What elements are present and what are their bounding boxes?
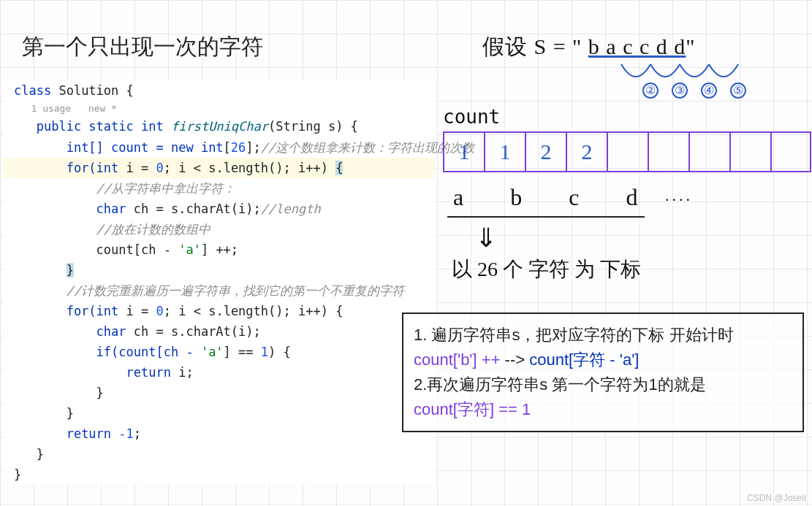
array-cell <box>770 131 811 172</box>
code-text: ) { <box>268 345 291 359</box>
code-text: } <box>14 467 21 482</box>
kw: for( <box>67 161 96 175</box>
kw: char <box>96 202 134 216</box>
num: 1 <box>261 345 268 359</box>
comment: //计数完重新遍历一遍字符串，找到它的第一个不重复的字符 <box>67 283 404 298</box>
code-text: ] == <box>224 345 261 359</box>
code-text: ]; <box>246 140 260 155</box>
code-text: ] ++; <box>201 242 238 257</box>
note-line-4: count[字符] == 1 <box>414 397 792 422</box>
code-text: [ <box>224 140 231 155</box>
svg-text:④: ④ <box>704 84 714 96</box>
array-cell: 1 <box>484 131 525 172</box>
comment: //length <box>261 202 321 216</box>
array-cell <box>648 131 688 172</box>
code-text: int[] count = <box>67 140 171 155</box>
kw: int <box>96 161 126 175</box>
code-text: ; i < s.length(); i++) { <box>164 304 344 318</box>
string: 'a' <box>178 242 201 257</box>
kw: public static int <box>37 119 171 134</box>
kw: if(count[ch - <box>96 345 201 359</box>
code-text: } <box>37 447 44 461</box>
array-cell <box>607 131 648 172</box>
note-line-2: count['b'] ++ --> count[字符 - 'a'] <box>414 348 792 372</box>
code-block: class Solution { 1 usage new * public st… <box>4 80 435 485</box>
svg-text:②: ② <box>645 84 656 96</box>
array-cell: 1 <box>443 131 484 172</box>
page-title: 第一个只出现一次的字符 <box>22 32 263 62</box>
comment: //从字符串中拿出字符： <box>96 181 235 196</box>
code-text: count[ch - <box>96 242 179 257</box>
index-letters: a b c d ···· <box>453 184 693 211</box>
watermark: CSDN @Joseit <box>747 493 806 503</box>
assumption-text: 假设 S = " b a c c d d" <box>482 32 696 62</box>
code-text: ch = s.charAt(i); <box>134 324 261 339</box>
count-array: 1 1 2 2 <box>443 131 811 172</box>
code-text: } <box>67 406 74 421</box>
down-arrow-icon: ⇓ <box>475 223 497 253</box>
explanation-box: 1. 遍历字符串s，把对应字符的下标 开始计时 count['b'] ++ --… <box>402 313 804 432</box>
svg-text:⑤: ⑤ <box>733 84 743 96</box>
code-text: ; <box>134 426 141 441</box>
code-text: i = <box>126 161 156 175</box>
kw: new int <box>171 140 224 155</box>
usage-hint: 1 usage new * <box>4 101 435 116</box>
code-text: ch = s.charAt(i); <box>134 202 261 216</box>
code-text: } <box>96 386 104 400</box>
brace-hl: { <box>335 161 343 175</box>
code-text: (String s) { <box>268 119 358 134</box>
kw: int <box>96 304 126 318</box>
kw: for( <box>67 304 96 318</box>
array-cell: 2 <box>566 131 607 172</box>
kw: return <box>126 365 179 380</box>
letters-underline <box>447 216 645 218</box>
comment: //放在计数的数组中 <box>96 222 210 237</box>
code-text: ; i < s.length(); i++) <box>164 161 335 175</box>
kw-class: class <box>14 83 58 98</box>
num: -1 <box>118 426 133 441</box>
code-text: i; <box>178 365 193 380</box>
array-cell <box>688 131 729 172</box>
string: 'a' <box>201 345 224 359</box>
code-text: i = <box>126 304 156 318</box>
num: 0 <box>156 161 164 175</box>
method-name: firstUniqChar <box>171 119 268 134</box>
count-label: count <box>443 106 500 128</box>
num: 0 <box>156 304 164 318</box>
arc-diagram: ② ③ ④ ⑤ <box>614 60 775 100</box>
num: 26 <box>231 140 246 155</box>
code-text: Solution { <box>58 83 133 98</box>
subscript-note: 以 26 个 字符 为 下标 <box>452 256 641 283</box>
svg-text:③: ③ <box>675 84 685 96</box>
array-cell <box>729 131 770 172</box>
kw: return <box>67 426 119 441</box>
brace-hl: } <box>67 263 74 277</box>
kw: char <box>96 324 134 339</box>
note-line-1: 1. 遍历字符串s，把对应字符的下标 开始计时 <box>414 323 792 348</box>
array-cell: 2 <box>525 131 566 172</box>
note-line-3: 2.再次遍历字符串s 第一个字符为1的就是 <box>414 372 792 397</box>
